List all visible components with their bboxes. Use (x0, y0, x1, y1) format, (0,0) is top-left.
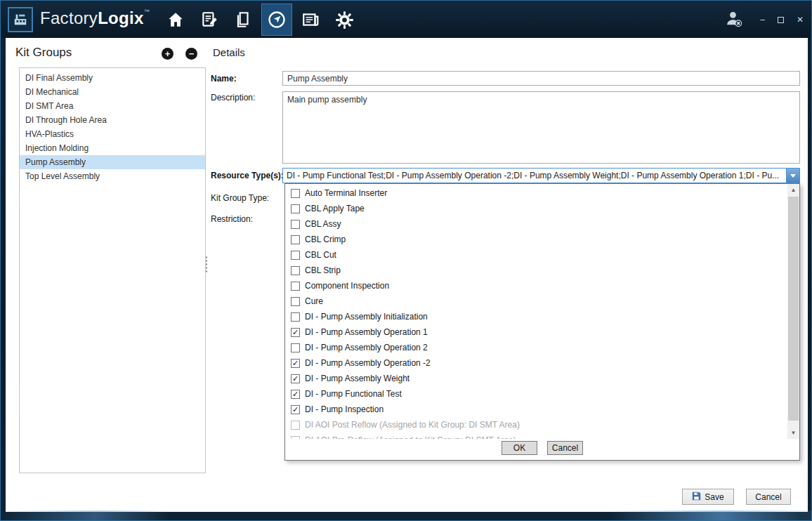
kit-groups-title: Kit Groups (15, 46, 72, 60)
main-nav (160, 3, 360, 37)
resource-type-option-label: DI - Pump Assembly Initialization (305, 312, 428, 322)
bottom-band-streak-left (1, 510, 211, 520)
kit-group-item[interactable]: Pump Assembly (20, 155, 205, 169)
resource-type-dropdown-popup: Auto Terminal InserterCBL Apply TapeCBL … (284, 183, 800, 461)
kit-group-item[interactable]: DI Mechanical (20, 85, 205, 99)
popup-ok-button[interactable]: OK (502, 441, 537, 455)
user-account-icon[interactable] (724, 9, 743, 31)
main-content: Kit Groups + − DI Final AssemblyDI Mecha… (6, 38, 808, 512)
remove-kit-group-button[interactable]: − (185, 48, 197, 60)
restriction-label: Restriction: (211, 214, 253, 224)
resource-type-option[interactable]: ✓DI - Pump Assembly Operation -2 (285, 355, 787, 371)
checkbox-unchecked-icon[interactable] (291, 297, 300, 306)
app-window: FactoryLogix™ (0, 0, 812, 521)
resource-type-option-label: CBL Crimp (305, 235, 346, 244)
app-brand: FactoryLogix™ (40, 8, 150, 28)
checkbox-unchecked-icon[interactable] (291, 204, 300, 213)
checkbox-checked-icon[interactable]: ✓ (291, 405, 300, 414)
resource-type-option-label: DI - Pump Assembly Operation 1 (305, 327, 428, 337)
resource-type-option-label: Component Inspection (305, 281, 389, 291)
cancel-button[interactable]: Cancel (746, 489, 791, 505)
resource-type-option-label: CBL Apply Tape (305, 204, 365, 213)
popup-button-row: OK Cancel (285, 439, 799, 460)
panel-splitter-handle[interactable] (205, 256, 208, 274)
checkbox-unchecked-icon[interactable] (291, 343, 300, 352)
name-input[interactable] (282, 71, 800, 86)
resource-type-option[interactable]: Auto Terminal Inserter (285, 185, 787, 201)
settings-gear-icon[interactable] (329, 4, 360, 36)
brand-factory: Factory (40, 8, 98, 27)
resource-type-option: DI AOI Post Reflow (Assigned to Kit Grou… (285, 417, 787, 433)
checkbox-checked-icon[interactable]: ✓ (291, 390, 300, 399)
save-button-label: Save (705, 492, 723, 502)
kit-groups-list[interactable]: DI Final AssemblyDI MechanicalDI SMT Are… (19, 67, 206, 473)
brand-logix: Logix (98, 8, 144, 27)
resource-type-dropdown-button[interactable] (786, 169, 799, 183)
resource-type-option-label: DI - Pump Assembly Weight (305, 374, 410, 383)
resource-type-option-label: DI - Pump Assembly Operation 2 (305, 343, 428, 352)
checkbox-unchecked-icon[interactable] (291, 251, 300, 260)
resource-type-combobox[interactable]: DI - Pump Functional Test;DI - Pump Asse… (282, 168, 800, 183)
resource-type-option[interactable]: Component Inspection (285, 278, 787, 294)
kit-group-item[interactable]: DI SMT Area (20, 99, 205, 113)
resource-type-option[interactable]: ✓DI - Pump Assembly Operation 1 (285, 324, 787, 340)
checkbox-unchecked-icon[interactable] (291, 235, 300, 244)
checkbox-unchecked-icon[interactable] (291, 220, 300, 229)
checkbox-unchecked-icon[interactable] (291, 266, 300, 275)
scroll-down-icon[interactable]: ▼ (787, 427, 799, 439)
popup-scrollbar[interactable]: ▲ ▼ (787, 184, 799, 439)
work-instructions-icon[interactable] (194, 4, 225, 36)
scrollbar-thumb[interactable] (788, 197, 799, 421)
details-title: Details (213, 46, 245, 58)
description-input[interactable]: Main pump assembly (282, 91, 800, 164)
resource-type-option-label: Auto Terminal Inserter (305, 188, 387, 198)
kit-group-type-label: Kit Group Type: (211, 193, 269, 203)
resource-type-option[interactable]: CBL Strip (285, 263, 787, 278)
minimize-button[interactable]: – (760, 15, 765, 24)
kit-group-item[interactable]: HVA-Plastics (20, 127, 205, 141)
popup-cancel-button[interactable]: Cancel (547, 441, 583, 455)
resource-type-option: DI AOI Pre Reflow (Assigned to Kit Group… (285, 433, 787, 439)
checkbox-unchecked-icon[interactable] (291, 189, 300, 198)
resource-type-option[interactable]: CBL Apply Tape (285, 201, 787, 216)
checkbox-unchecked-icon (291, 436, 300, 440)
home-icon[interactable] (160, 4, 191, 36)
resource-type-options: Auto Terminal InserterCBL Apply TapeCBL … (285, 184, 799, 439)
resource-type-option[interactable]: CBL Assy (285, 216, 787, 232)
brand-trademark: ™ (144, 8, 150, 15)
resource-type-option[interactable]: DI - Pump Assembly Initialization (285, 309, 787, 324)
checkbox-unchecked-icon (291, 421, 300, 430)
maximize-button[interactable] (778, 13, 784, 26)
add-kit-group-button[interactable]: + (162, 48, 173, 60)
resource-type-option[interactable]: ✓DI - Pump Inspection (285, 402, 787, 417)
news-icon[interactable] (295, 4, 326, 36)
resource-type-option-label: DI - Pump Assembly Operation -2 (305, 358, 431, 368)
kitting-icon[interactable] (228, 4, 258, 36)
kit-group-item[interactable]: Injection Molding (20, 141, 205, 155)
resource-type-option[interactable]: ✓DI - Pump Functional Test (285, 386, 787, 402)
titlebar-right: – ✕ (724, 1, 804, 38)
checkbox-checked-icon[interactable]: ✓ (291, 359, 300, 368)
save-button[interactable]: Save (682, 489, 734, 505)
chevron-down-icon (790, 174, 796, 178)
resource-type-option-label: DI - Pump Inspection (305, 404, 384, 414)
titlebar: FactoryLogix™ (1, 1, 811, 38)
checkbox-unchecked-icon[interactable] (291, 282, 300, 291)
navigator-icon[interactable] (261, 4, 292, 36)
resource-type-option-label: CBL Assy (305, 219, 341, 229)
checkbox-checked-icon[interactable]: ✓ (291, 374, 300, 383)
checkbox-unchecked-icon[interactable] (291, 312, 300, 322)
kit-group-item[interactable]: DI Through Hole Area (20, 113, 205, 127)
resource-type-option[interactable]: CBL Crimp (285, 232, 787, 247)
close-button[interactable]: ✕ (797, 15, 804, 24)
bottom-band-streak-right (587, 510, 811, 520)
resource-type-option[interactable]: DI - Pump Assembly Operation 2 (285, 340, 787, 355)
kit-group-item[interactable]: Top Level Assembly (20, 169, 205, 183)
resource-type-option[interactable]: Cure (285, 294, 787, 309)
resource-type-value: DI - Pump Functional Test;DI - Pump Asse… (283, 169, 786, 183)
kit-group-item[interactable]: DI Final Assembly (20, 71, 205, 85)
resource-type-option[interactable]: CBL Cut (285, 247, 787, 263)
resource-type-option[interactable]: ✓DI - Pump Assembly Weight (285, 371, 787, 386)
scroll-up-icon[interactable]: ▲ (787, 184, 799, 196)
checkbox-checked-icon[interactable]: ✓ (291, 328, 300, 337)
